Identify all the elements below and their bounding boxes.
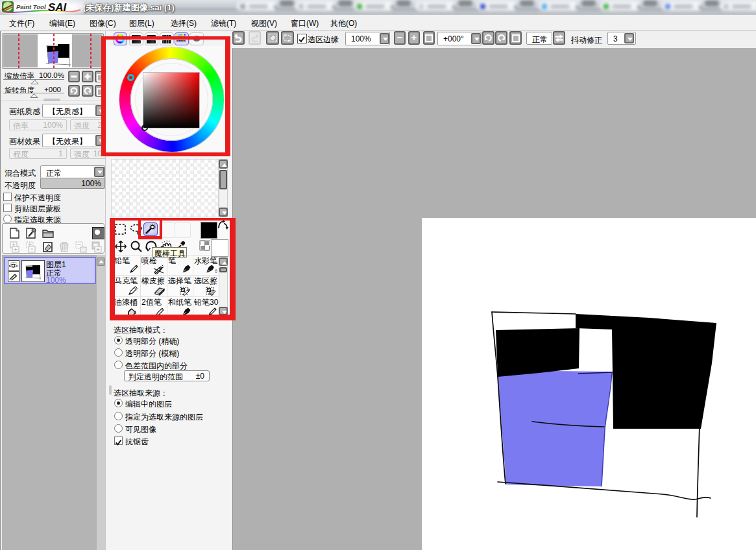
svg-text:SAI: SAI bbox=[48, 1, 67, 14]
svg-text:Paint Tool: Paint Tool bbox=[16, 3, 46, 10]
